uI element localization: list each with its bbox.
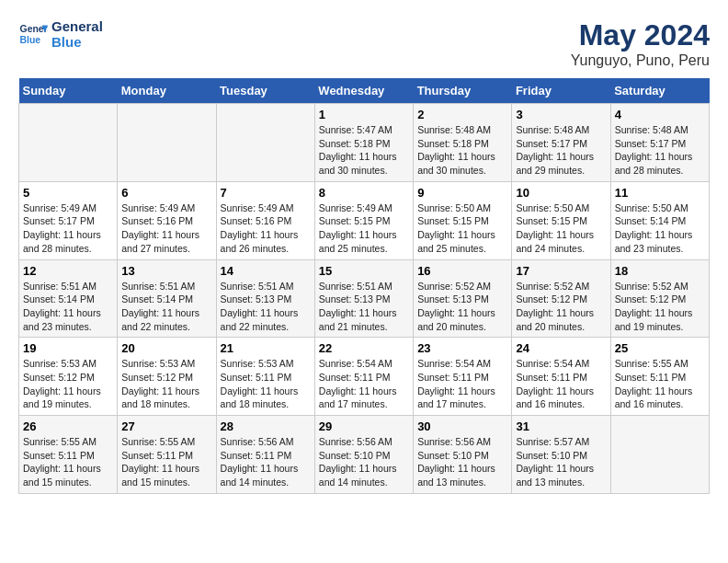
day-number: 9 <box>417 186 507 200</box>
day-number: 11 <box>615 186 705 200</box>
header-row: SundayMondayTuesdayWednesdayThursdayFrid… <box>19 78 710 104</box>
day-info: Sunrise: 5:48 AM Sunset: 5:17 PM Dayligh… <box>615 123 705 178</box>
day-number: 2 <box>417 108 507 121</box>
day-number: 13 <box>121 264 211 278</box>
day-number: 18 <box>615 264 705 278</box>
day-cell <box>610 416 709 494</box>
day-cell: 18Sunrise: 5:52 AM Sunset: 5:12 PM Dayli… <box>610 259 709 338</box>
day-number: 29 <box>319 419 409 433</box>
day-number: 16 <box>417 264 507 278</box>
header-cell-wednesday: Wednesday <box>314 78 413 104</box>
day-cell: 12Sunrise: 5:51 AM Sunset: 5:14 PM Dayli… <box>19 259 118 338</box>
day-cell: 20Sunrise: 5:53 AM Sunset: 5:12 PM Dayli… <box>118 338 216 416</box>
day-number: 17 <box>516 264 606 278</box>
day-number: 31 <box>516 419 606 433</box>
day-info: Sunrise: 5:49 AM Sunset: 5:17 PM Dayligh… <box>23 201 113 256</box>
day-info: Sunrise: 5:54 AM Sunset: 5:11 PM Dayligh… <box>417 357 507 411</box>
logo-line1: General <box>51 18 103 34</box>
day-cell <box>19 104 118 182</box>
header-cell-monday: Monday <box>118 78 216 104</box>
day-number: 30 <box>417 419 507 433</box>
day-number: 15 <box>319 264 409 278</box>
day-info: Sunrise: 5:50 AM Sunset: 5:15 PM Dayligh… <box>516 201 606 256</box>
week-row-5: 26Sunrise: 5:55 AM Sunset: 5:11 PM Dayli… <box>19 416 710 494</box>
day-number: 24 <box>516 341 606 355</box>
day-info: Sunrise: 5:54 AM Sunset: 5:11 PM Dayligh… <box>319 357 409 411</box>
day-info: Sunrise: 5:51 AM Sunset: 5:14 PM Dayligh… <box>121 280 211 334</box>
day-cell: 19Sunrise: 5:53 AM Sunset: 5:12 PM Dayli… <box>19 338 118 416</box>
day-cell <box>118 104 216 182</box>
day-cell: 25Sunrise: 5:55 AM Sunset: 5:11 PM Dayli… <box>610 338 709 416</box>
day-info: Sunrise: 5:52 AM Sunset: 5:12 PM Dayligh… <box>516 280 606 334</box>
day-number: 4 <box>615 108 705 121</box>
day-cell: 22Sunrise: 5:54 AM Sunset: 5:11 PM Dayli… <box>314 338 413 416</box>
day-cell: 31Sunrise: 5:57 AM Sunset: 5:10 PM Dayli… <box>512 416 610 494</box>
day-number: 7 <box>221 186 311 200</box>
day-cell: 15Sunrise: 5:51 AM Sunset: 5:13 PM Dayli… <box>314 259 413 338</box>
day-cell: 16Sunrise: 5:52 AM Sunset: 5:13 PM Dayli… <box>414 259 512 338</box>
day-info: Sunrise: 5:48 AM Sunset: 5:18 PM Dayligh… <box>417 123 507 178</box>
day-cell: 4Sunrise: 5:48 AM Sunset: 5:17 PM Daylig… <box>610 104 709 182</box>
day-info: Sunrise: 5:51 AM Sunset: 5:13 PM Dayligh… <box>221 280 311 334</box>
day-number: 20 <box>121 341 211 355</box>
day-number: 25 <box>615 341 705 355</box>
day-cell: 26Sunrise: 5:55 AM Sunset: 5:11 PM Dayli… <box>19 416 118 494</box>
day-info: Sunrise: 5:52 AM Sunset: 5:13 PM Dayligh… <box>417 280 507 334</box>
header-cell-thursday: Thursday <box>414 78 512 104</box>
day-info: Sunrise: 5:55 AM Sunset: 5:11 PM Dayligh… <box>121 435 211 489</box>
day-info: Sunrise: 5:53 AM Sunset: 5:12 PM Dayligh… <box>23 357 113 411</box>
day-cell: 3Sunrise: 5:48 AM Sunset: 5:17 PM Daylig… <box>512 104 610 182</box>
day-cell: 9Sunrise: 5:50 AM Sunset: 5:15 PM Daylig… <box>414 181 512 259</box>
day-info: Sunrise: 5:55 AM Sunset: 5:11 PM Dayligh… <box>615 357 705 411</box>
day-info: Sunrise: 5:47 AM Sunset: 5:18 PM Dayligh… <box>319 123 409 178</box>
main-title: May 2024 <box>571 18 710 52</box>
day-cell: 2Sunrise: 5:48 AM Sunset: 5:18 PM Daylig… <box>414 104 512 182</box>
svg-text:Blue: Blue <box>20 35 41 45</box>
day-number: 12 <box>23 264 113 278</box>
day-number: 23 <box>417 341 507 355</box>
day-info: Sunrise: 5:48 AM Sunset: 5:17 PM Dayligh… <box>516 123 606 178</box>
day-cell: 8Sunrise: 5:49 AM Sunset: 5:15 PM Daylig… <box>314 181 413 259</box>
day-number: 26 <box>23 419 113 433</box>
day-number: 6 <box>121 186 211 200</box>
day-info: Sunrise: 5:51 AM Sunset: 5:14 PM Dayligh… <box>23 280 113 334</box>
week-row-1: 1Sunrise: 5:47 AM Sunset: 5:18 PM Daylig… <box>19 104 710 182</box>
day-cell: 29Sunrise: 5:56 AM Sunset: 5:10 PM Dayli… <box>314 416 413 494</box>
day-number: 14 <box>221 264 311 278</box>
header-cell-tuesday: Tuesday <box>216 78 314 104</box>
day-info: Sunrise: 5:56 AM Sunset: 5:10 PM Dayligh… <box>417 435 507 489</box>
header-cell-saturday: Saturday <box>610 78 709 104</box>
header-cell-friday: Friday <box>512 78 610 104</box>
day-number: 19 <box>23 341 113 355</box>
day-cell: 13Sunrise: 5:51 AM Sunset: 5:14 PM Dayli… <box>118 259 216 338</box>
day-number: 8 <box>319 186 409 200</box>
day-info: Sunrise: 5:53 AM Sunset: 5:12 PM Dayligh… <box>121 357 211 411</box>
page-header: General Blue General Blue May 2024 Yungu… <box>18 18 710 69</box>
day-info: Sunrise: 5:49 AM Sunset: 5:16 PM Dayligh… <box>121 201 211 256</box>
calendar-table: SundayMondayTuesdayWednesdayThursdayFrid… <box>18 78 710 494</box>
day-cell: 24Sunrise: 5:54 AM Sunset: 5:11 PM Dayli… <box>512 338 610 416</box>
day-number: 3 <box>516 108 606 121</box>
day-info: Sunrise: 5:51 AM Sunset: 5:13 PM Dayligh… <box>319 280 409 334</box>
day-cell: 21Sunrise: 5:53 AM Sunset: 5:11 PM Dayli… <box>216 338 314 416</box>
day-cell: 28Sunrise: 5:56 AM Sunset: 5:11 PM Dayli… <box>216 416 314 494</box>
day-number: 22 <box>319 341 409 355</box>
day-number: 5 <box>23 186 113 200</box>
day-info: Sunrise: 5:54 AM Sunset: 5:11 PM Dayligh… <box>516 357 606 411</box>
day-cell: 7Sunrise: 5:49 AM Sunset: 5:16 PM Daylig… <box>216 181 314 259</box>
day-cell: 1Sunrise: 5:47 AM Sunset: 5:18 PM Daylig… <box>314 104 413 182</box>
title-block: May 2024 Yunguyo, Puno, Peru <box>571 18 710 69</box>
day-cell: 10Sunrise: 5:50 AM Sunset: 5:15 PM Dayli… <box>512 181 610 259</box>
week-row-2: 5Sunrise: 5:49 AM Sunset: 5:17 PM Daylig… <box>19 181 710 259</box>
day-info: Sunrise: 5:53 AM Sunset: 5:11 PM Dayligh… <box>221 357 311 411</box>
day-number: 28 <box>221 419 311 433</box>
day-info: Sunrise: 5:50 AM Sunset: 5:15 PM Dayligh… <box>417 201 507 256</box>
day-info: Sunrise: 5:52 AM Sunset: 5:12 PM Dayligh… <box>615 280 705 334</box>
week-row-4: 19Sunrise: 5:53 AM Sunset: 5:12 PM Dayli… <box>19 338 710 416</box>
logo-line2: Blue <box>51 34 103 50</box>
day-number: 1 <box>319 108 409 121</box>
day-number: 27 <box>121 419 211 433</box>
day-info: Sunrise: 5:57 AM Sunset: 5:10 PM Dayligh… <box>516 435 606 489</box>
day-info: Sunrise: 5:49 AM Sunset: 5:15 PM Dayligh… <box>319 201 409 256</box>
day-cell: 30Sunrise: 5:56 AM Sunset: 5:10 PM Dayli… <box>414 416 512 494</box>
